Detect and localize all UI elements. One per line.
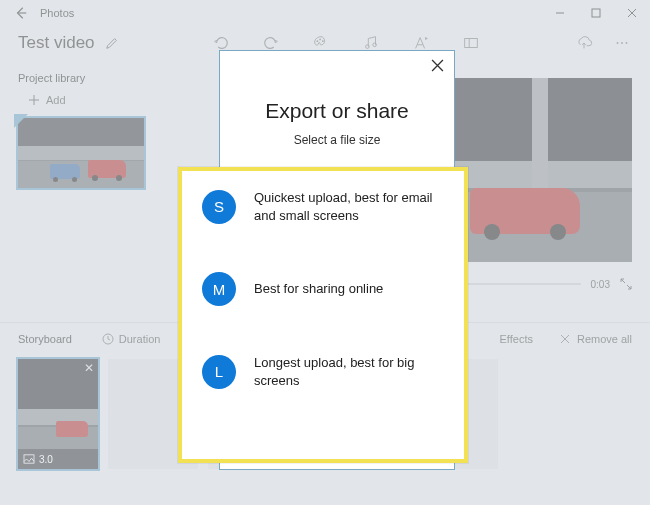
option-desc: Longest upload, best for big screens xyxy=(254,354,444,389)
dialog-subtitle: Select a file size xyxy=(220,133,454,147)
clip-remove-icon[interactable]: ✕ xyxy=(84,361,94,375)
close-icon xyxy=(559,333,571,345)
preview-pillar xyxy=(532,78,548,202)
svg-rect-6 xyxy=(465,39,478,48)
add-label: Add xyxy=(46,94,66,106)
rename-icon[interactable] xyxy=(105,36,119,50)
export-icon[interactable] xyxy=(574,33,594,53)
svg-point-2 xyxy=(319,39,321,41)
option-desc: Best for sharing online xyxy=(254,280,383,298)
remove-all-button[interactable]: Remove all xyxy=(559,333,632,345)
time-label: 0:03 xyxy=(591,279,610,290)
back-button[interactable] xyxy=(6,0,36,26)
app-name: Photos xyxy=(36,7,542,19)
plus-icon xyxy=(28,94,40,106)
preview-car-red xyxy=(470,188,580,234)
clip-footer: 3.0 xyxy=(18,449,98,469)
size-badge-s: S xyxy=(202,190,236,224)
clip-car xyxy=(56,421,88,437)
titlebar: Photos xyxy=(0,0,650,26)
export-option-small[interactable]: S Quickest upload, best for email and sm… xyxy=(202,189,444,224)
effects-label: Effects xyxy=(500,333,537,345)
duration-button[interactable]: Duration xyxy=(102,333,161,345)
aspect-ratio-icon[interactable] xyxy=(461,33,481,53)
window-controls xyxy=(542,0,650,26)
fullscreen-icon[interactable] xyxy=(620,278,632,290)
maximize-button[interactable] xyxy=(578,0,614,26)
minimize-button[interactable] xyxy=(542,0,578,26)
video-title: Test video xyxy=(18,33,95,53)
svg-point-9 xyxy=(626,42,628,44)
duration-label: Duration xyxy=(119,333,161,345)
remove-all-label: Remove all xyxy=(577,333,632,345)
svg-point-1 xyxy=(317,40,319,42)
export-option-medium[interactable]: M Best for sharing online xyxy=(202,272,444,306)
export-option-large[interactable]: L Longest upload, best for big screens xyxy=(202,354,444,389)
export-options-highlight: S Quickest upload, best for email and sm… xyxy=(178,167,468,463)
clip-duration: 3.0 xyxy=(39,454,53,465)
image-icon xyxy=(23,454,35,464)
toolbar-right xyxy=(574,33,632,53)
svg-point-7 xyxy=(617,42,619,44)
library-thumbnail[interactable] xyxy=(18,118,144,188)
thumb-car-red xyxy=(88,160,126,178)
more-icon[interactable] xyxy=(612,33,632,53)
svg-rect-0 xyxy=(592,9,600,17)
dialog-close-button[interactable] xyxy=(431,59,444,72)
thumb-car-blue xyxy=(50,164,80,179)
size-badge-m: M xyxy=(202,272,236,306)
photos-app: Photos Test video Project library xyxy=(0,0,650,505)
svg-point-3 xyxy=(322,40,324,42)
size-badge-l: L xyxy=(202,355,236,389)
storyboard-clip[interactable]: ✕ 3.0 xyxy=(18,359,98,469)
clock-icon xyxy=(102,333,114,345)
storyboard-title: Storyboard xyxy=(18,333,72,345)
svg-point-8 xyxy=(621,42,623,44)
close-window-button[interactable] xyxy=(614,0,650,26)
option-desc: Quickest upload, best for email and smal… xyxy=(254,189,444,224)
dialog-title: Export or share xyxy=(220,99,454,123)
